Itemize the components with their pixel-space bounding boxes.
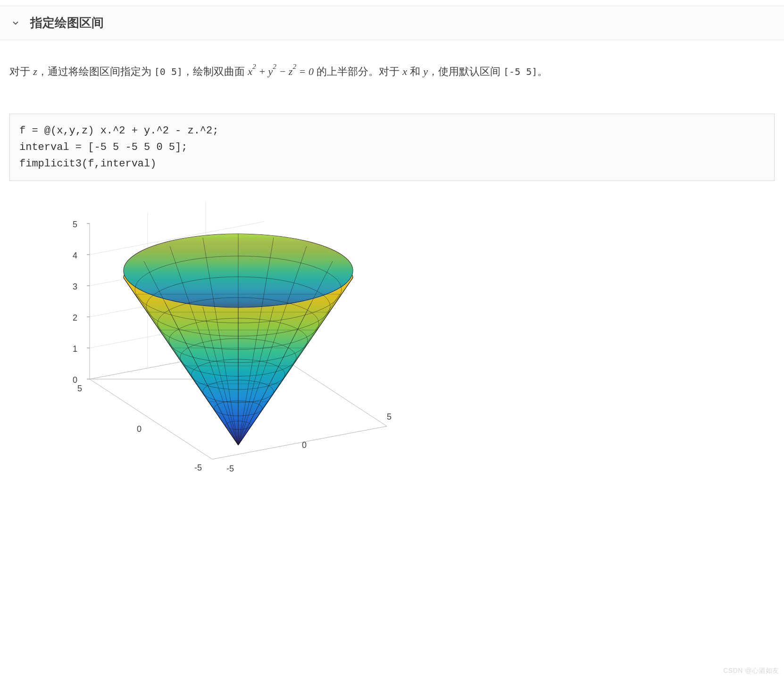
section-header: 指定绘图区间 — [0, 6, 784, 40]
code-block[interactable]: f = @(x,y,z) x.^2 + y.^2 - z.^2; interva… — [9, 114, 775, 182]
cone-surface — [124, 234, 353, 445]
section-body: 对于 z，通过将绘图区间指定为 [0 5]，绘制双曲面 x2 + y2 − z2… — [0, 40, 784, 497]
text: 和 — [407, 66, 423, 77]
z-tick: 2 — [73, 313, 77, 323]
text: 对于 — [9, 66, 33, 77]
var-z: z — [33, 66, 37, 77]
x-tick: 0 — [302, 440, 307, 450]
text: 。 — [537, 66, 548, 77]
equation: x2 + y2 − z2 = 0 — [248, 66, 314, 77]
y-tick: -5 — [194, 463, 202, 473]
top-divider — [0, 0, 784, 6]
svg-line-2 — [90, 379, 212, 459]
var-x: x — [402, 66, 407, 77]
figure-container: 5 4 3 2 1 0 5 0 -5 -5 0 5 — [9, 195, 775, 488]
svg-line-11 — [90, 195, 264, 223]
x-tick: 5 — [387, 412, 392, 422]
var-y: y — [423, 66, 428, 77]
text: 的上半部分。对于 — [314, 66, 402, 77]
plot-svg — [38, 195, 443, 488]
chevron-down-icon[interactable] — [9, 17, 22, 29]
z-tick: 5 — [73, 220, 77, 230]
interval-xy: [-5 5] — [503, 66, 537, 77]
axis-ticks — [87, 223, 90, 379]
text: ，使用默认区间 — [428, 66, 503, 77]
z-tick: 4 — [73, 251, 77, 261]
z-tick: 3 — [73, 282, 77, 292]
z-tick: 1 — [73, 344, 77, 354]
surface-plot: 5 4 3 2 1 0 5 0 -5 -5 0 5 — [38, 195, 443, 488]
z-tick: 0 — [73, 375, 77, 385]
x-tick: -5 — [226, 464, 234, 474]
section-title: 指定绘图区间 — [30, 15, 104, 31]
text: ，绘制双曲面 — [183, 66, 248, 77]
interval-z: [0 5] — [154, 66, 183, 77]
y-tick: 0 — [137, 424, 142, 434]
y-tick: 5 — [77, 384, 82, 394]
text: ，通过将绘图区间指定为 — [37, 66, 154, 77]
description-paragraph: 对于 z，通过将绘图区间指定为 [0 5]，绘制双曲面 x2 + y2 − z2… — [9, 63, 775, 81]
